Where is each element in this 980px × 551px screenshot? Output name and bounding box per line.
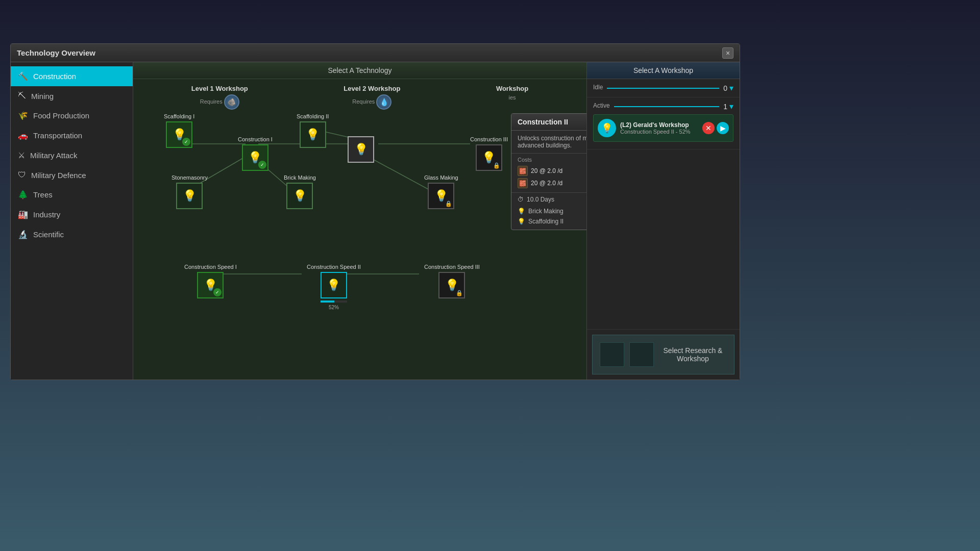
tooltip-costs: Costs 🧱 20 @ 2.0 /d 🧱 20 @ 2.0 /d — [511, 154, 586, 193]
req-label-scaffolding: Scaffolding II — [528, 218, 564, 225]
workshop-entry-buttons: ✕ ▶ — [702, 122, 729, 134]
time-value: 10.0 Days — [527, 196, 554, 203]
cost-icon-1: 🧱 — [518, 166, 528, 176]
sidebar-item-transportation[interactable]: 🚗 Transportation — [11, 126, 133, 145]
idle-chevron[interactable]: ▾ — [729, 83, 733, 93]
check-construction1: ✓ — [258, 161, 266, 169]
workshop-requires-3: ies — [509, 94, 516, 101]
node-cs3[interactable]: Construction Speed III 💡 🔒 — [424, 264, 480, 298]
node-label-cs1: Construction Speed I — [184, 264, 237, 270]
select-research-button[interactable]: Select Research & Workshop — [592, 335, 734, 374]
workshop-entry-detail: Construction Speed II - 52% — [620, 129, 698, 135]
workshop-title-1: Level 1 Workshop — [191, 85, 248, 92]
sidebar-item-military-attack[interactable]: ⚔ Military Attack — [11, 145, 133, 165]
sidebar-item-food[interactable]: 🌾 Food Production — [11, 106, 133, 126]
close-button[interactable]: × — [722, 47, 733, 59]
food-icon: 🌾 — [18, 111, 28, 120]
node-glass-making[interactable]: Glass Making 💡 🔒 — [424, 174, 458, 209]
workshop-col-3: Workshop ies — [496, 85, 528, 110]
node-cs2[interactable]: Construction Speed II 💡 52% — [307, 264, 361, 310]
workshop-col-2: Level 2 Workshop Requires 💧 — [344, 85, 400, 110]
idle-line — [607, 88, 719, 89]
sidebar-label-food: Food Production — [33, 111, 89, 120]
military-attack-icon: ⚔ — [18, 151, 25, 160]
title-bar: Technology Overview × — [11, 44, 740, 62]
right-panel: Select A Workshop Idle 0 ▾ Active — [586, 62, 740, 380]
sidebar-item-scientific[interactable]: 🔬 Scientific — [11, 224, 133, 244]
node-label-scaffolding2: Scaffolding II — [297, 113, 329, 119]
bottom-section: Select Research & Workshop — [587, 329, 740, 380]
req-row-scaffolding: 💡 Scaffolding II ✕ — [518, 216, 586, 227]
node-box-scaffolding2[interactable]: 💡 — [300, 121, 326, 148]
costs-title: Costs — [518, 157, 586, 163]
sidebar-item-military-defence[interactable]: 🛡 Military Defence — [11, 165, 133, 185]
sidebar-item-construction[interactable]: 🔨 Construction — [11, 66, 133, 86]
tooltip-bottom: ⏱ 10.0 Days 💡 Brick Making ✕ 💡 Scaf — [511, 193, 586, 230]
node-scaffolding2[interactable]: Scaffolding II 💡 — [297, 113, 329, 148]
sidebar-label-construction: Construction — [33, 72, 76, 81]
workshop-icon-2: 💧 — [376, 94, 391, 110]
node-box-cs2[interactable]: 💡 — [321, 272, 347, 298]
lock-cs3: 🔒 — [456, 290, 463, 296]
workshop-cancel-button[interactable]: ✕ — [702, 122, 715, 134]
node-construction2[interactable]: 💡 — [348, 136, 374, 163]
node-box-cs3[interactable]: 💡 🔒 — [438, 272, 465, 298]
sidebar-item-trees[interactable]: 🌲 Trees — [11, 185, 133, 205]
req-name-scaffolding: 💡 Scaffolding II — [518, 218, 564, 225]
cost-icon-2: 🧱 — [518, 178, 528, 188]
node-scaffolding1[interactable]: Scaffolding I 💡 ✓ — [164, 113, 194, 148]
sidebar: 🔨 Construction ⛏ Mining 🌾 Food Productio… — [11, 62, 133, 380]
node-label-scaffolding1: Scaffolding I — [164, 113, 194, 119]
bulb-cs2: 💡 — [327, 279, 340, 292]
scientific-icon: 🔬 — [18, 230, 28, 239]
workshop-entry-name: (L2) Gerald's Workshop — [620, 121, 698, 129]
node-box-cs1[interactable]: 💡 ✓ — [197, 272, 224, 298]
node-label-stonemasonry: Stonemasonry — [172, 174, 208, 181]
sidebar-label-mining: Mining — [31, 92, 54, 101]
cost-row-1: 🧱 20 @ 2.0 /d — [518, 165, 586, 177]
tooltip-description: Unlocks construction of more advanced bu… — [511, 131, 586, 154]
right-panel-header: Select A Workshop — [587, 62, 740, 79]
active-label: Active — [593, 102, 610, 109]
tech-area: Select A Technology Level 1 Workshop Req… — [133, 62, 586, 380]
bulb-scaffolding2: 💡 — [306, 128, 320, 141]
bulb-brick-making: 💡 — [293, 189, 307, 203]
workshop-requires-2: Requires 💧 — [352, 94, 391, 110]
active-row: Active 1 ▾ — [593, 102, 733, 111]
clock-icon: ⏱ — [518, 196, 524, 203]
node-cs1[interactable]: Construction Speed I 💡 ✓ — [184, 264, 237, 298]
tech-window: Technology Overview × 🔨 Construction ⛏ M… — [10, 43, 740, 380]
node-box-brick-making[interactable]: 💡 — [286, 183, 313, 209]
node-box-construction3[interactable]: 💡 🔒 — [476, 144, 502, 171]
window-title: Technology Overview — [17, 48, 95, 57]
active-controls: 1 ▾ — [723, 102, 733, 111]
idle-row: Idle 0 ▾ — [593, 83, 733, 93]
idle-count: 0 — [723, 84, 727, 92]
node-box-construction1[interactable]: 💡 ✓ — [242, 144, 268, 171]
bulb-stonemasonry: 💡 — [183, 189, 197, 203]
active-section: Active 1 ▾ 💡 (L2) Gerald's Workshop Cons… — [587, 97, 740, 149]
active-line — [614, 106, 720, 107]
workshop-entry: 💡 (L2) Gerald's Workshop Construction Sp… — [593, 114, 733, 142]
workshop-col-1: Level 1 Workshop Requires 🪨 — [191, 85, 248, 110]
construction2-tooltip: Construction II Unlocks construction of … — [511, 113, 586, 230]
sidebar-label-industry: Industry — [33, 210, 60, 219]
active-chevron[interactable]: ▾ — [729, 102, 733, 111]
node-box-glass-making[interactable]: 💡 🔒 — [428, 183, 454, 209]
node-construction1[interactable]: Construction I 💡 ✓ — [238, 136, 273, 171]
node-stonemasonry[interactable]: Stonemasonry 💡 — [172, 174, 208, 209]
node-construction3[interactable]: Construction III 💡 🔒 — [470, 136, 508, 171]
check-scaffolding1: ✓ — [182, 138, 190, 146]
select-research-label: Select Research & Workshop — [659, 346, 727, 363]
node-box-scaffolding1[interactable]: 💡 ✓ — [166, 121, 192, 148]
military-defence-icon: 🛡 — [18, 170, 26, 180]
sidebar-item-mining[interactable]: ⛏ Mining — [11, 86, 133, 106]
req-row-brick: 💡 Brick Making ✕ — [518, 206, 586, 216]
sidebar-item-industry[interactable]: 🏭 Industry — [11, 205, 133, 224]
industry-icon: 🏭 — [18, 210, 28, 219]
workshop-next-button[interactable]: ▶ — [717, 122, 729, 134]
node-box-stonemasonry[interactable]: 💡 — [176, 183, 203, 209]
tech-header: Select A Technology — [133, 62, 586, 79]
node-box-construction2[interactable]: 💡 — [348, 136, 374, 163]
node-brick-making[interactable]: Brick Making 💡 — [284, 174, 316, 209]
